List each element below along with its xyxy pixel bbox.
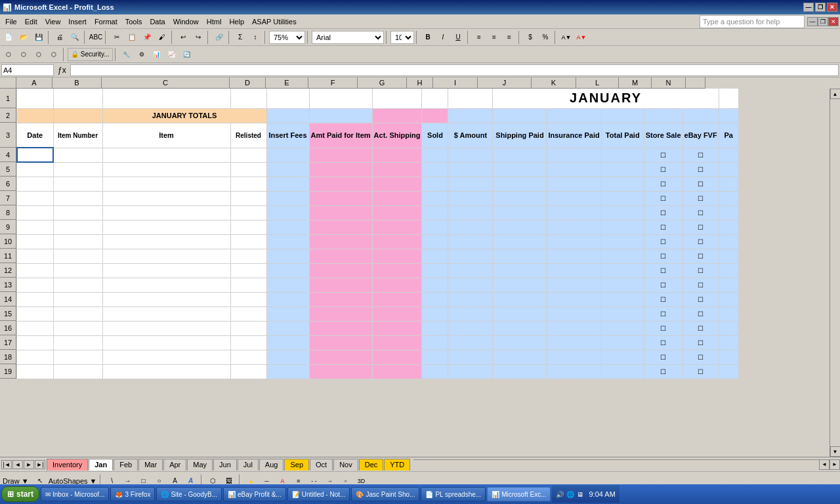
cell-k8[interactable] (547, 205, 601, 220)
cell-k19[interactable] (547, 364, 601, 379)
cell-d6[interactable] (230, 177, 266, 191)
cell-o2[interactable] (719, 108, 738, 123)
cell-k4[interactable] (547, 148, 601, 162)
cell-i18[interactable] (448, 350, 493, 364)
cell-h14[interactable] (422, 292, 448, 306)
cell-c8[interactable] (102, 205, 230, 220)
cell-j15[interactable] (493, 306, 547, 321)
cell-b11[interactable] (53, 249, 102, 263)
cell-e2[interactable] (266, 108, 309, 123)
cell-i6[interactable] (448, 177, 493, 191)
cell-n16[interactable]: ☐ (682, 321, 719, 335)
cell-l6[interactable] (601, 177, 644, 191)
print-preview-button[interactable]: 🔍 (68, 30, 82, 45)
taskbar-item-paint[interactable]: 🎨 Jasc Paint Sho... (351, 487, 419, 501)
header-ebay-fvf[interactable]: eBay FVF (682, 123, 719, 148)
tab-ytd[interactable]: YTD (384, 459, 410, 471)
cell-h11[interactable] (422, 249, 448, 263)
cell-c4[interactable] (102, 148, 230, 162)
cell-j13[interactable] (493, 278, 547, 292)
cell-h16[interactable] (422, 321, 448, 335)
underline-button[interactable]: U (451, 30, 465, 45)
row-header-1[interactable]: 1 (0, 89, 16, 108)
row-header-12[interactable]: 12 (0, 263, 16, 278)
cell-a5[interactable] (17, 162, 53, 177)
restore-button[interactable]: ❐ (815, 3, 826, 12)
col-header-i[interactable]: I (433, 77, 478, 89)
row-header-18[interactable]: 18 (0, 350, 16, 364)
cell-f11[interactable] (309, 249, 372, 263)
cell-i2[interactable] (448, 108, 493, 123)
cell-i10[interactable] (448, 234, 493, 249)
cell-b10[interactable] (53, 234, 102, 249)
col-header-a[interactable]: A (16, 77, 52, 89)
header-act-shipping[interactable]: Act. Shipping (372, 123, 422, 148)
cell-a13[interactable] (17, 278, 53, 292)
menu-window[interactable]: Window (169, 16, 203, 27)
cell-j14[interactable] (493, 292, 547, 306)
cell-n13[interactable]: ☐ (682, 278, 719, 292)
zoom-dropdown[interactable]: 75% 100% 50% (269, 31, 305, 44)
cell-b12[interactable] (53, 263, 102, 278)
taskbar-item-ebay[interactable]: 📊 eBay Profit &... (223, 487, 286, 501)
row-header-14[interactable]: 14 (0, 292, 16, 306)
cell-a10[interactable] (17, 234, 53, 249)
cell-g17[interactable] (372, 335, 422, 350)
cell-c17[interactable] (102, 335, 230, 350)
taskbar-item-site[interactable]: 🌐 Site - GoodyB... (156, 487, 222, 501)
cell-l19[interactable] (601, 364, 644, 379)
tab-last-button[interactable]: ►| (35, 460, 45, 469)
header-amt-paid[interactable]: Amt Paid for Item (309, 123, 372, 148)
print-button[interactable]: 🖨 (52, 30, 67, 45)
row-header-19[interactable]: 19 (0, 364, 16, 379)
cell-h7[interactable] (422, 191, 448, 205)
cell-h12[interactable] (422, 263, 448, 278)
tab-first-button[interactable]: |◄ (1, 460, 12, 469)
cell-g6[interactable] (372, 177, 422, 191)
col-header-o[interactable] (686, 77, 705, 89)
cell-g11[interactable] (372, 249, 422, 263)
cell-c19[interactable] (102, 364, 230, 379)
cell-h19[interactable] (422, 364, 448, 379)
row-header-5[interactable]: 5 (0, 162, 16, 177)
cell-d17[interactable] (230, 335, 266, 350)
cell-f16[interactable] (309, 321, 372, 335)
font-size-dropdown[interactable]: 10 (390, 31, 414, 44)
header-store-sale[interactable]: Store Sale (644, 123, 682, 148)
cell-j19[interactable] (493, 364, 547, 379)
cell-m13[interactable]: ☐ (644, 278, 682, 292)
cell-a14[interactable] (17, 292, 53, 306)
cell-f1[interactable] (309, 89, 372, 108)
row-header-11[interactable]: 11 (0, 249, 16, 263)
cell-j18[interactable] (493, 350, 547, 364)
cell-g15[interactable] (372, 306, 422, 321)
menu-html[interactable]: Html (203, 16, 226, 27)
cell-m5[interactable]: ☐ (644, 162, 682, 177)
cell-b14[interactable] (53, 292, 102, 306)
row-header-8[interactable]: 8 (0, 205, 16, 220)
cell-c2[interactable]: JANUARY TOTALS (102, 108, 266, 123)
cell-d16[interactable] (230, 321, 266, 335)
cell-c7[interactable] (102, 191, 230, 205)
cell-e12[interactable] (266, 263, 309, 278)
tb2-btn2[interactable]: ⬡ (16, 47, 31, 62)
cell-n7[interactable]: ☐ (682, 191, 719, 205)
cell-m18[interactable]: ☐ (644, 350, 682, 364)
cell-c16[interactable] (102, 321, 230, 335)
tab-may[interactable]: May (187, 459, 213, 471)
cell-b13[interactable] (53, 278, 102, 292)
cell-n2[interactable] (682, 108, 719, 123)
cell-f19[interactable] (309, 364, 372, 379)
cell-k7[interactable] (547, 191, 601, 205)
cell-k11[interactable] (547, 249, 601, 263)
cell-n19[interactable]: ☐ (682, 364, 719, 379)
cell-i4[interactable] (448, 148, 493, 162)
row-header-6[interactable]: 6 (0, 177, 16, 191)
app-close[interactable]: ✕ (828, 17, 839, 26)
cell-b19[interactable] (53, 364, 102, 379)
cell-n8[interactable]: ☐ (682, 205, 719, 220)
tab-jun[interactable]: Jun (213, 459, 237, 471)
cell-h4[interactable] (422, 148, 448, 162)
col-header-j[interactable]: J (478, 77, 532, 89)
cell-j2[interactable] (493, 108, 547, 123)
